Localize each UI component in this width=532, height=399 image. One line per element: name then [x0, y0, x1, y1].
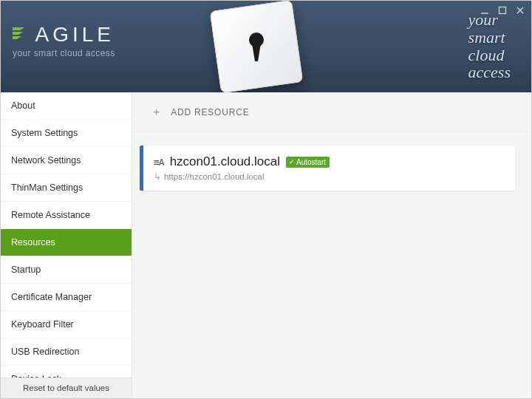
window-controls: [480, 5, 525, 16]
sidebar-item-system-settings[interactable]: System Settings: [1, 120, 132, 147]
resource-title-row: ≡A hzcon01.cloud.local Autostart: [154, 154, 503, 169]
svg-marker-4: [13, 27, 24, 30]
brand-subtitle: your smart cloud access: [13, 48, 115, 58]
resource-url-row: ↳ https://hzcon01.cloud.local: [154, 171, 503, 182]
sidebar-item-certificate-manager[interactable]: Certificate Manager: [1, 284, 132, 311]
svg-rect-1: [499, 7, 506, 14]
sidebar-item-startup[interactable]: Startup: [1, 256, 132, 284]
tagline-line: smart: [468, 29, 511, 47]
resource-url: https://hzcon01.cloud.local: [164, 172, 265, 181]
brand-logo: AGILE your smart cloud access: [13, 23, 115, 58]
header-tagline: your smart cloud access: [468, 11, 511, 81]
svg-marker-6: [13, 36, 21, 39]
sidebar-item-remote-assistance[interactable]: Remote Assistance: [1, 202, 132, 229]
close-button[interactable]: [515, 5, 525, 16]
resource-item[interactable]: ≡A hzcon01.cloud.local Autostart ↳ https…: [140, 146, 515, 191]
sidebar: About System Settings Network Settings T…: [1, 92, 132, 398]
sidebar-item-about[interactable]: About: [1, 92, 132, 120]
sidebar-item-resources[interactable]: Resources: [1, 229, 132, 256]
svg-marker-8: [252, 44, 261, 61]
subdirectory-arrow-icon: ↳: [154, 171, 161, 182]
sidebar-item-device-lock[interactable]: Device Lock: [1, 366, 132, 378]
keyhole-icon: [210, 1, 303, 92]
sidebar-item-thinman-settings[interactable]: ThinMan Settings: [1, 174, 132, 202]
sidebar-item-keyboard-filter[interactable]: Keyboard Filter: [1, 311, 132, 338]
app-window: AGILE your smart cloud access your smart…: [0, 0, 532, 399]
autostart-badge: Autostart: [286, 157, 330, 168]
content-area: + ADD RESOURCE ≡A hzcon01.cloud.local Au…: [132, 92, 531, 398]
maximize-button[interactable]: [497, 5, 508, 16]
tagline-line: cloud: [468, 47, 511, 64]
resource-icon: ≡A: [154, 157, 164, 168]
reset-defaults-button[interactable]: Reset to default values: [1, 378, 132, 398]
tagline-line: access: [468, 64, 511, 81]
plus-icon: +: [153, 106, 160, 119]
brand-name: AGILE: [35, 23, 114, 47]
sidebar-nav: About System Settings Network Settings T…: [1, 92, 132, 378]
svg-marker-5: [13, 32, 23, 35]
app-header: AGILE your smart cloud access your smart…: [1, 1, 531, 92]
resource-title: hzcon01.cloud.local: [170, 154, 280, 169]
sidebar-item-usb-redirection[interactable]: USB Redirection: [1, 338, 132, 366]
resource-list: ≡A hzcon01.cloud.local Autostart ↳ https…: [132, 132, 531, 204]
brand-mark-icon: [13, 24, 29, 45]
add-resource-button[interactable]: + ADD RESOURCE: [132, 92, 531, 132]
sidebar-item-network-settings[interactable]: Network Settings: [1, 147, 132, 174]
minimize-button[interactable]: [480, 5, 490, 16]
app-body: About System Settings Network Settings T…: [1, 92, 531, 398]
add-resource-label: ADD RESOURCE: [171, 107, 249, 117]
